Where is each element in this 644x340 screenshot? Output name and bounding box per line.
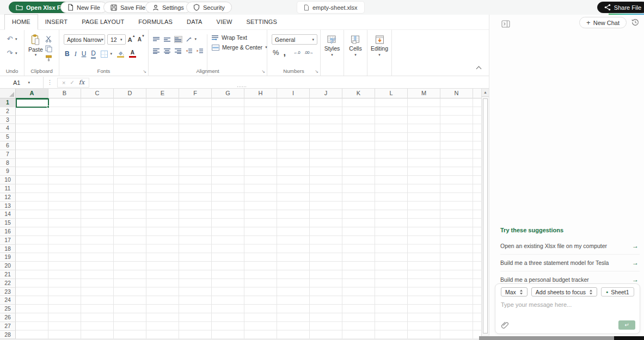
send-message-button[interactable]: ↵ <box>618 320 635 330</box>
align-top-button[interactable] <box>153 36 160 42</box>
redo-dropdown-icon[interactable] <box>15 51 17 55</box>
undo-dropdown-icon[interactable] <box>15 37 17 41</box>
column-header-c[interactable]: C <box>81 89 114 98</box>
orientation-button[interactable] <box>186 34 197 44</box>
new-chat-button[interactable]: + New Chat <box>579 17 627 28</box>
collapse-panel-button[interactable] <box>501 20 510 28</box>
row-header-4[interactable]: 4 <box>0 124 16 133</box>
sheet-chip[interactable]: ● Sheet1 <box>601 287 634 296</box>
column-header-h[interactable]: H <box>244 89 277 98</box>
redo-button[interactable]: ↷ <box>7 48 17 58</box>
grow-font-button[interactable]: A▲ <box>128 36 136 43</box>
row-header-5[interactable]: 5 <box>0 133 16 141</box>
row-header-22[interactable]: 22 <box>0 279 16 288</box>
alignment-dialog-launcher[interactable]: ↘ <box>261 69 265 74</box>
row-header-14[interactable]: 14 <box>0 210 16 219</box>
ribbon-tab-home[interactable]: HOME <box>4 14 38 30</box>
scrollbar-thumb[interactable] <box>483 98 488 333</box>
sheets-focus-selector[interactable]: Add sheets to focus <box>531 287 597 296</box>
ribbon-tab-page-layout[interactable]: PAGE LAYOUT <box>75 15 131 29</box>
increase-decimal-button[interactable]: ←.0 <box>293 50 300 55</box>
insert-function-button[interactable]: fx <box>79 79 84 86</box>
row-header-13[interactable]: 13 <box>0 202 16 211</box>
align-bottom-button[interactable] <box>175 36 182 42</box>
arrow-right-icon[interactable]: → <box>632 276 639 283</box>
row-header-3[interactable]: 3 <box>0 116 16 125</box>
collapse-ribbon-icon[interactable] <box>477 66 481 70</box>
row-header-11[interactable]: 11 <box>0 184 16 193</box>
underline-button[interactable]: U <box>82 50 87 58</box>
row-header-18[interactable]: 18 <box>0 245 16 254</box>
fill-handle[interactable] <box>47 106 50 108</box>
formula-input[interactable] <box>89 77 489 88</box>
message-input[interactable]: Type your message here... <box>501 301 634 318</box>
ribbon-tab-insert[interactable]: INSERT <box>38 15 75 29</box>
new-file-button[interactable]: New File <box>60 2 107 13</box>
settings-button[interactable]: Settings <box>145 2 191 13</box>
font-color-button[interactable]: A <box>129 50 136 58</box>
decrease-indent-button[interactable] <box>186 48 193 54</box>
align-middle-button[interactable] <box>164 36 171 42</box>
column-header-i[interactable]: I <box>277 89 310 98</box>
row-header-25[interactable]: 25 <box>0 305 16 313</box>
suggestion-item-2[interactable]: Build me a three statement model for Tes… <box>500 255 640 271</box>
double-underline-button[interactable]: D <box>91 50 96 59</box>
row-header-20[interactable]: 20 <box>0 262 16 270</box>
cancel-entry-button[interactable]: × <box>62 79 65 86</box>
row-header-15[interactable]: 15 <box>0 219 16 227</box>
borders-button[interactable] <box>101 49 112 59</box>
copy-button[interactable] <box>45 45 52 52</box>
row-header-23[interactable]: 23 <box>0 288 16 296</box>
scroll-up-icon[interactable]: ▲ <box>482 89 489 97</box>
cut-button[interactable] <box>45 35 52 42</box>
italic-button[interactable]: I <box>75 50 77 58</box>
security-button[interactable]: Security <box>186 2 232 13</box>
suggestion-item-1[interactable]: Open an existing Xlsx file on my compute… <box>500 238 640 255</box>
fill-color-button[interactable] <box>117 50 124 58</box>
fonts-dialog-launcher[interactable]: ↘ <box>143 69 146 74</box>
paste-dropdown-icon[interactable] <box>35 53 37 57</box>
row-header-16[interactable]: 16 <box>0 227 16 236</box>
row-header-17[interactable]: 17 <box>0 236 16 245</box>
model-selector[interactable]: Max <box>501 287 528 296</box>
styles-button[interactable]: Styles <box>321 34 344 57</box>
bold-button[interactable]: B <box>65 50 70 58</box>
comma-style-button[interactable]: , <box>284 50 286 55</box>
cells-button[interactable]: Cells <box>344 34 367 57</box>
merge-center-button[interactable]: Merge & Center <box>212 44 267 51</box>
align-right-button[interactable] <box>175 48 182 54</box>
column-header-f[interactable]: F <box>179 89 212 98</box>
row-header-8[interactable]: 8 <box>0 159 16 168</box>
arrow-right-icon[interactable]: → <box>632 242 639 250</box>
row-header-9[interactable]: 9 <box>0 167 16 176</box>
cells-area[interactable] <box>16 98 481 339</box>
row-header-6[interactable]: 6 <box>0 141 16 150</box>
font-size-select[interactable]: 12 <box>107 34 126 45</box>
format-painter-button[interactable] <box>45 55 52 61</box>
row-header-19[interactable]: 19 <box>0 253 16 262</box>
row-header-10[interactable]: 10 <box>0 176 16 184</box>
row-header-1[interactable]: 1 <box>0 98 16 107</box>
column-header-l[interactable]: L <box>375 89 408 98</box>
chat-history-button[interactable] <box>631 18 640 27</box>
share-file-button[interactable]: Share File <box>597 2 644 13</box>
formula-bar-drag-handle[interactable] <box>237 86 247 88</box>
column-header-j[interactable]: J <box>310 89 342 98</box>
name-box[interactable]: A1 <box>0 77 44 88</box>
align-left-button[interactable] <box>153 48 160 54</box>
row-header-12[interactable]: 12 <box>0 193 16 202</box>
row-header-27[interactable]: 27 <box>0 322 16 331</box>
percent-style-button[interactable]: % <box>273 48 279 57</box>
row-header-24[interactable]: 24 <box>0 296 16 305</box>
wrap-text-button[interactable]: Wrap Text <box>212 34 267 41</box>
file-tab[interactable]: empty-sheet.xlsx <box>297 1 365 14</box>
column-header-a[interactable]: A <box>16 89 48 98</box>
column-header-k[interactable]: K <box>342 89 375 98</box>
column-header-partial[interactable] <box>473 89 481 98</box>
ribbon-tab-view[interactable]: VIEW <box>210 15 240 29</box>
row-header-28[interactable]: 28 <box>0 331 16 339</box>
decrease-decimal-button[interactable]: .00→ <box>304 50 313 55</box>
numbers-dialog-launcher[interactable]: ↘ <box>315 69 318 74</box>
ribbon-tab-settings[interactable]: SETTINGS <box>240 15 285 29</box>
column-header-e[interactable]: E <box>146 89 179 98</box>
